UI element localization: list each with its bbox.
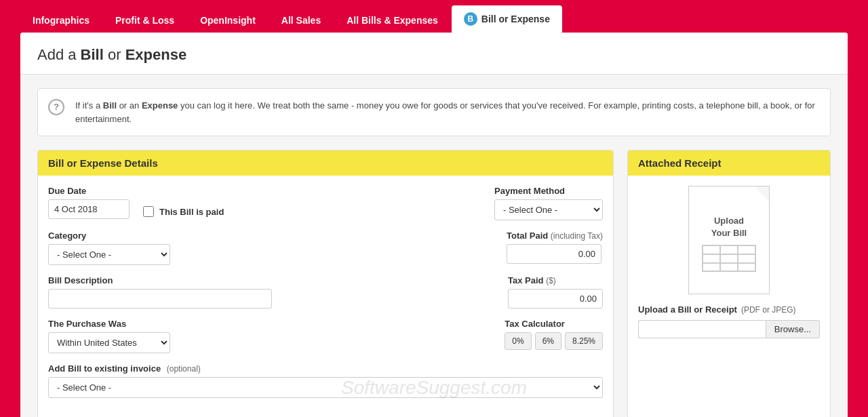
attached-receipt-body: Upload Your Bill Upload a Bill or Receip… <box>628 176 830 349</box>
bill-details-body: Due Date This Bill is paid Payment Metho… <box>38 176 613 417</box>
attached-receipt-section: Attached Receipt Upload Your Bill <box>627 150 831 417</box>
tax-paid-input[interactable] <box>508 289 603 309</box>
payment-method-group: Payment Method - Select One - Cash Credi… <box>494 186 603 220</box>
add-bill-select[interactable]: - Select One - <box>48 377 603 398</box>
tab-infographics[interactable]: Infographics <box>20 8 102 33</box>
tax-calculator-group: Tax Calculator 0% 6% 8.25% <box>505 319 603 353</box>
due-date-group: Due Date <box>48 186 130 220</box>
tax-buttons: 0% 6% 8.25% <box>505 332 603 350</box>
category-label: Category <box>48 231 170 241</box>
bill-details-header: Bill or Expense Details <box>38 151 613 176</box>
upload-path-input[interactable] <box>638 320 766 338</box>
upload-label: Upload a Bill or Receipt <box>638 304 737 315</box>
upload-hint: (PDF or JPEG) <box>741 305 796 315</box>
due-date-label: Due Date <box>48 186 130 196</box>
total-paid-input[interactable] <box>507 244 601 264</box>
upload-label-row: Upload a Bill or Receipt (PDF or JPEG) <box>638 304 820 315</box>
bill-description-input[interactable] <box>48 289 272 309</box>
add-bill-group: Add Bill to existing invoice (optional) … <box>48 363 603 398</box>
category-group: Category - Select One - Advertising Bank… <box>48 231 170 265</box>
form-area: Bill or Expense Details Due Date This Bi… <box>20 150 848 417</box>
tab-all-bills[interactable]: All Bills & Expenses <box>334 8 450 33</box>
upload-row: Browse... <box>638 320 820 338</box>
tax-btn-825[interactable]: 8.25% <box>565 332 603 350</box>
purchase-was-label: The Purchase Was <box>48 319 170 329</box>
purchase-was-select[interactable]: Within United States Outside United Stat… <box>48 332 170 353</box>
add-bill-label: Add Bill to existing invoice (optional) <box>48 363 603 374</box>
due-date-input[interactable] <box>48 199 130 219</box>
paid-checkbox-group: This Bill is paid <box>143 186 224 220</box>
row-due-date: Due Date This Bill is paid Payment Metho… <box>48 186 603 220</box>
tab-openinsight[interactable]: OpenInsight <box>188 8 268 33</box>
tax-btn-6[interactable]: 6% <box>535 332 561 350</box>
row-purchase-was: The Purchase Was Within United States Ou… <box>48 319 603 353</box>
row-category: Category - Select One - Advertising Bank… <box>48 231 603 265</box>
category-select[interactable]: - Select One - Advertising Bank Charges … <box>48 244 170 265</box>
row-bill-description: Bill Description Tax Paid ($) <box>48 275 603 309</box>
bill-description-label: Bill Description <box>48 275 494 285</box>
tax-paid-label: Tax Paid ($) <box>508 275 603 285</box>
tab-bar: Infographics Profit & Loss OpenInsight A… <box>0 0 868 33</box>
tab-profit-loss[interactable]: Profit & Loss <box>103 8 186 33</box>
paid-checkbox-label: This Bill is paid <box>159 207 224 217</box>
total-paid-group: Total Paid (including Tax) <box>507 231 603 265</box>
bill-expense-icon: B <box>464 12 477 26</box>
info-box: ? If it's a Bill or an Expense you can l… <box>37 88 831 136</box>
payment-method-select[interactable]: - Select One - Cash Credit Card Bank Tra… <box>494 199 603 220</box>
page-header: Add a Bill or Expense <box>20 33 848 75</box>
paid-checkbox[interactable] <box>143 206 154 217</box>
attached-receipt-header: Attached Receipt <box>628 151 830 176</box>
bill-details-section: Bill or Expense Details Due Date This Bi… <box>37 150 614 417</box>
upload-bill-graphic: Upload Your Bill <box>688 186 770 294</box>
tab-bill-expense[interactable]: B Bill or Expense <box>452 5 562 33</box>
info-icon: ? <box>48 99 64 115</box>
bill-description-group: Bill Description <box>48 275 494 309</box>
page-title: Add a Bill or Expense <box>37 46 831 64</box>
browse-button[interactable]: Browse... <box>766 320 820 338</box>
tax-paid-group: Tax Paid ($) <box>508 275 603 309</box>
main-content: Add a Bill or Expense ? If it's a Bill o… <box>20 33 848 417</box>
upload-graphic-text: Upload Your Bill <box>702 208 756 239</box>
total-paid-label: Total Paid (including Tax) <box>507 231 603 241</box>
tax-btn-0[interactable]: 0% <box>505 332 531 350</box>
tab-all-sales[interactable]: All Sales <box>269 8 333 33</box>
tax-calculator-label: Tax Calculator <box>505 319 603 329</box>
purchase-was-group: The Purchase Was Within United States Ou… <box>48 319 170 353</box>
payment-method-label: Payment Method <box>494 186 603 196</box>
upload-graphic-table <box>702 245 756 272</box>
